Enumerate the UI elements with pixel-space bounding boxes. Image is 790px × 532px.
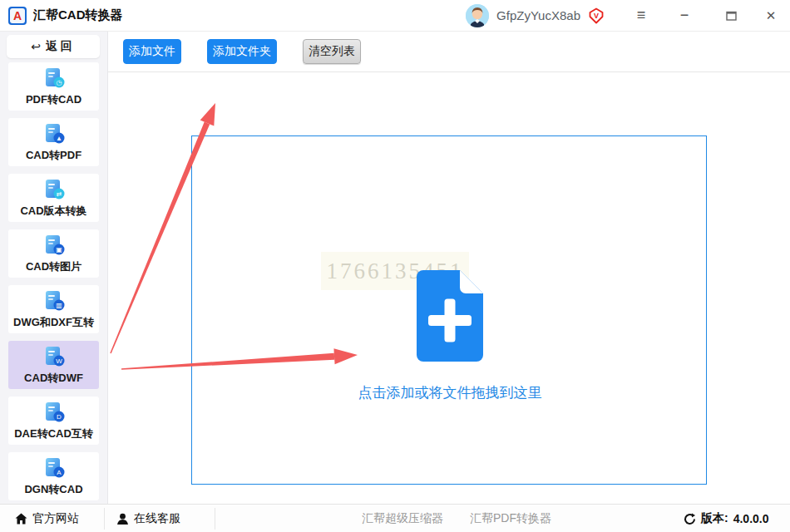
app-identity: A 汇帮CAD转换器 xyxy=(0,7,123,25)
sidebar-item-label: CAD转DWF xyxy=(24,371,83,386)
refresh-icon xyxy=(684,513,696,525)
dropzone-hint: 点击添加或将文件拖拽到这里 xyxy=(192,383,708,402)
sidebar-item-label: CAD版本转换 xyxy=(20,204,86,219)
sidebar-item-dae-cad-convert[interactable]: D DAE转CAD互转 xyxy=(8,397,99,445)
sidebar-item-pdf-to-cad[interactable]: ◷ PDF转CAD xyxy=(8,62,99,111)
svg-text:A: A xyxy=(57,469,62,476)
maximize-button[interactable] xyxy=(718,3,743,28)
cad-version-convert-icon: ⇄ xyxy=(42,177,67,202)
sidebar-item-dwg-dxf-convert[interactable]: ▥ DWG和DXF互转 xyxy=(8,285,99,333)
minimize-button[interactable]: − xyxy=(672,3,697,28)
toolbar: 添加文件 添加文件夹 清空列表 xyxy=(108,32,790,72)
sidebar-item-label: CAD转图片 xyxy=(26,259,81,274)
back-label: 返回 xyxy=(46,39,76,54)
app-window: A 汇帮CAD转换器 GfpZyYucX8ab V ≡ xyxy=(0,0,790,532)
cad-to-dwf-icon: W xyxy=(42,344,67,369)
cad-to-image-icon: ▣ xyxy=(42,233,67,258)
svg-text:W: W xyxy=(56,357,62,365)
svg-text:◷: ◷ xyxy=(56,79,62,86)
title-bar: A 汇帮CAD转换器 GfpZyYucX8ab V ≡ xyxy=(0,0,790,32)
svg-text:⇄: ⇄ xyxy=(56,190,62,198)
sidebar-item-cad-to-pdf[interactable]: ▲ CAD转PDF xyxy=(8,118,99,166)
add-file-button[interactable]: 添加文件 xyxy=(123,39,181,64)
sidebar-item-label: DGN转CAD xyxy=(24,482,82,497)
home-icon xyxy=(15,513,27,525)
dae-cad-convert-icon: D xyxy=(42,400,67,425)
add-folder-button[interactable]: 添加文件夹 xyxy=(207,39,277,64)
sidebar-item-label: DWG和DXF互转 xyxy=(13,315,94,330)
dropzone[interactable]: 1766135451 点击添加或将文件拖拽到这里 xyxy=(191,135,707,485)
footer-divider xyxy=(104,508,105,530)
svg-text:▣: ▣ xyxy=(56,246,62,254)
svg-text:D: D xyxy=(57,413,62,421)
sidebar-item-label: PDF转CAD xyxy=(26,92,81,107)
sidebar-item-cad-to-dwf[interactable]: W CAD转DWF xyxy=(8,341,99,389)
avatar-icon xyxy=(466,4,489,27)
sidebar-item-cad-version-convert[interactable]: ⇄ CAD版本转换 xyxy=(8,174,99,222)
dgn-to-cad-icon: A xyxy=(42,456,67,480)
app-logo-icon: A xyxy=(8,7,27,25)
official-website-link[interactable]: 官方网站 xyxy=(15,505,79,532)
svg-text:V: V xyxy=(594,12,599,20)
partner-link-pdf-converter[interactable]: 汇帮PDF转换器 xyxy=(470,505,551,532)
work-area: 1766135451 点击添加或将文件拖拽到这里 xyxy=(108,73,790,504)
sidebar-item-cad-to-image[interactable]: ▣ CAD转图片 xyxy=(8,229,99,278)
back-arrow-icon: ↩ xyxy=(31,40,41,53)
sidebar-item-dgn-to-cad[interactable]: A DGN转CAD xyxy=(8,452,99,500)
version-info: 版本: 4.0.0.0 xyxy=(684,505,769,532)
vip-badge-icon[interactable]: V xyxy=(587,7,605,25)
online-service-link[interactable]: 在线客服 xyxy=(116,505,180,532)
sidebar: ↩返回 ◷ PDF转CAD ▲ CAD转PDF xyxy=(0,32,108,504)
username[interactable]: GfpZyYucX8ab xyxy=(496,8,580,22)
sidebar-item-label: CAD转PDF xyxy=(26,148,81,163)
add-document-icon xyxy=(412,268,488,365)
maximize-icon xyxy=(726,11,737,21)
close-button[interactable]: ✕ xyxy=(758,3,783,28)
titlebar-right: GfpZyYucX8ab V ≡ − ✕ xyxy=(466,0,790,32)
pdf-to-cad-icon: ◷ xyxy=(42,66,67,91)
menu-button[interactable]: ≡ xyxy=(629,3,654,28)
clear-list-button[interactable]: 清空列表 xyxy=(303,39,361,64)
svg-text:▲: ▲ xyxy=(56,135,62,142)
sidebar-item-label: DAE转CAD互转 xyxy=(14,426,93,441)
footer-divider xyxy=(215,508,215,530)
svg-text:▥: ▥ xyxy=(56,302,62,309)
main-content: 添加文件 添加文件夹 清空列表 1766135451 点击添加或 xyxy=(108,32,790,504)
back-button[interactable]: ↩返回 xyxy=(7,35,100,58)
cad-to-pdf-icon: ▲ xyxy=(42,121,67,146)
footer: 官方网站 在线客服 汇帮超级压缩器 汇帮PDF转换器 版本: 4.0.0.0 xyxy=(0,504,790,532)
partner-link-compressor[interactable]: 汇帮超级压缩器 xyxy=(362,505,443,532)
customer-service-icon xyxy=(116,513,129,525)
user-avatar[interactable] xyxy=(466,4,489,27)
dwg-dxf-convert-icon: ▥ xyxy=(42,288,67,313)
app-title: 汇帮CAD转换器 xyxy=(33,7,123,23)
